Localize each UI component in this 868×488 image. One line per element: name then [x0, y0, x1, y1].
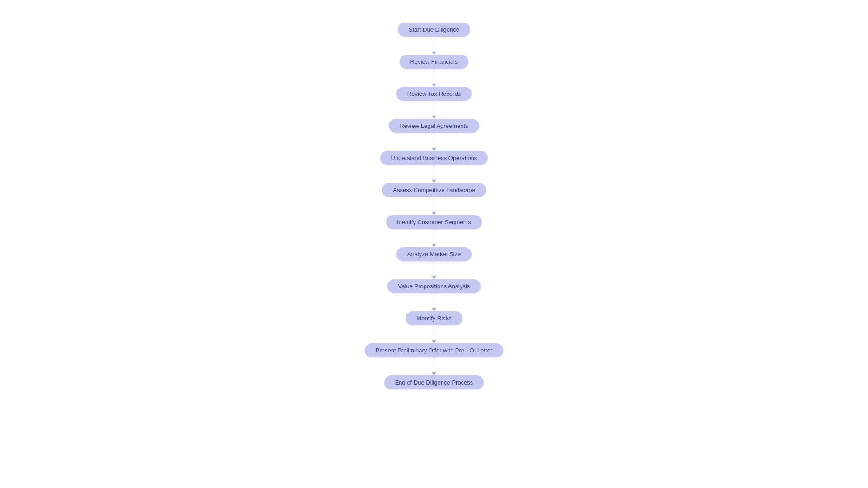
- flow-node-understand-business[interactable]: Understand Business Operations: [380, 151, 488, 165]
- flowchart: Start Due DiligenceReview FinancialsRevi…: [365, 14, 503, 399]
- flow-node-present-offer[interactable]: Present Preliminary Offer with Pre-LOI L…: [365, 343, 503, 357]
- flow-node-assess-competitive[interactable]: Assess Competitive Landscape: [382, 183, 486, 197]
- flow-connector-4: [434, 165, 434, 183]
- flow-connector-7: [434, 261, 434, 279]
- flow-node-review-tax[interactable]: Review Tax Records: [396, 87, 472, 101]
- flow-node-value-propositions[interactable]: Value Propositions Analysis: [387, 279, 481, 293]
- flow-connector-1: [434, 69, 434, 87]
- flow-connector-5: [434, 197, 434, 215]
- flow-node-review-legal[interactable]: Review Legal Agreements: [389, 119, 479, 133]
- flow-node-identify-risks[interactable]: Identify Risks: [406, 311, 462, 325]
- flow-node-analyze-market[interactable]: Analyze Market Size: [396, 247, 472, 261]
- flow-connector-2: [434, 101, 434, 119]
- flow-connector-6: [434, 229, 434, 247]
- flow-connector-3: [434, 133, 434, 151]
- flow-connector-10: [434, 357, 434, 375]
- flow-node-identify-customer[interactable]: Identify Customer Segments: [386, 215, 482, 229]
- flow-connector-8: [434, 293, 434, 311]
- flow-node-start[interactable]: Start Due Diligence: [398, 23, 470, 37]
- flow-node-end[interactable]: End of Due Diligence Process: [384, 375, 484, 389]
- flow-connector-0: [434, 37, 434, 55]
- flow-node-review-financials[interactable]: Review Financials: [400, 55, 469, 69]
- flow-connector-9: [434, 325, 434, 343]
